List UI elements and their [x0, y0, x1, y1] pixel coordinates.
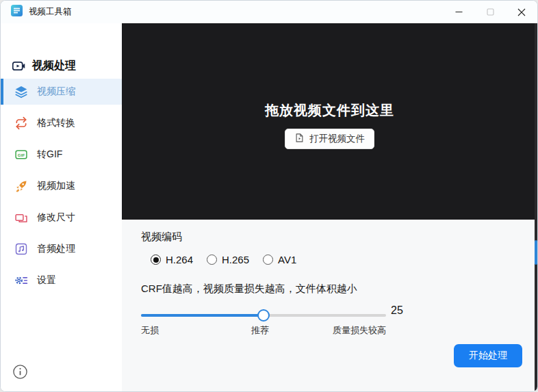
crf-slider[interactable] [141, 309, 386, 322]
crf-value: 25 [391, 304, 403, 317]
sidebar-item-format-convert[interactable]: 格式转换 [1, 110, 122, 136]
info-button[interactable] [12, 364, 29, 380]
slider-min-label: 无损 [141, 324, 159, 337]
codec-label: H.265 [222, 254, 249, 265]
minimize-button[interactable] [443, 1, 474, 23]
resize-frames-icon [14, 211, 28, 225]
window-controls [443, 1, 537, 23]
codec-radio-group: H.264 H.265 AV1 [151, 254, 296, 265]
sidebar-nav: 视频压缩 格式转换 GIF [1, 79, 122, 299]
crf-slider-fill [141, 314, 264, 317]
convert-arrows-icon [14, 116, 28, 131]
open-video-file-label: 打开视频文件 [309, 133, 365, 145]
scrollbar-thumb[interactable] [535, 240, 537, 265]
crf-slider-labels: 无损 推荐 质量损失较高 [141, 324, 386, 337]
open-video-file-button[interactable]: 打开视频文件 [285, 129, 374, 149]
main-content: 拖放视频文件到这里 打开视频文件 视频编码 H.264 [122, 23, 537, 391]
app-identity: 视频工具箱 [1, 5, 72, 19]
radio-selected-icon [151, 254, 161, 265]
app-window: 视频工具箱 视频处理 [0, 0, 538, 392]
sidebar-item-label: 格式转换 [37, 117, 75, 129]
sidebar-header: 视频处理 [12, 59, 76, 73]
close-button[interactable] [506, 1, 537, 23]
gear-sliders-icon [14, 274, 28, 288]
sidebar-item-label: 音频处理 [37, 243, 75, 255]
sidebar-item-resize[interactable]: 修改尺寸 [1, 205, 122, 231]
maximize-button[interactable] [474, 1, 506, 23]
codec-radio-h265[interactable]: H.265 [207, 254, 249, 265]
sidebar-item-label: 转GIF [37, 148, 62, 161]
maximize-icon [487, 8, 494, 16]
window-title: 视频工具箱 [29, 6, 72, 18]
sidebar-item-label: 设置 [37, 274, 56, 287]
radio-unselected-icon [263, 254, 273, 265]
gif-badge-icon: GIF [14, 148, 28, 162]
sidebar-item-to-gif[interactable]: GIF 转GIF [1, 142, 122, 168]
sidebar-item-label: 视频压缩 [37, 86, 75, 98]
video-dropzone[interactable]: 拖放视频文件到这里 打开视频文件 [122, 23, 537, 220]
file-play-icon [294, 133, 305, 145]
slider-max-label: 质量损失较高 [333, 324, 386, 337]
minimize-icon [455, 8, 463, 16]
app-logo-icon [11, 5, 23, 19]
info-icon [12, 370, 28, 382]
sidebar: 视频处理 视频压缩 [1, 23, 122, 391]
sidebar-item-video-speedup[interactable]: 视频加速 [1, 173, 122, 199]
codec-radio-h264[interactable]: H.264 [151, 254, 193, 265]
music-note-icon [14, 242, 28, 257]
sidebar-item-audio[interactable]: 音频处理 [1, 236, 122, 262]
layers-icon [14, 85, 28, 99]
titlebar: 视频工具箱 [1, 1, 537, 23]
codec-label: AV1 [278, 254, 296, 265]
codec-label: H.264 [166, 254, 193, 265]
encoding-section-label: 视频编码 [141, 231, 182, 244]
sidebar-item-settings[interactable]: 设置 [1, 267, 122, 293]
close-icon [517, 8, 526, 16]
radio-unselected-icon [207, 254, 217, 265]
rocket-icon [14, 179, 28, 194]
start-processing-button[interactable]: 开始处理 [454, 344, 522, 367]
crf-slider-thumb[interactable] [257, 309, 270, 322]
codec-radio-av1[interactable]: AV1 [263, 254, 296, 265]
crf-hint-text: CRF值越高，视频质量损失越高，文件体积越小 [141, 283, 357, 296]
sidebar-item-video-compress[interactable]: 视频压缩 [1, 79, 122, 105]
dropzone-title: 拖放视频文件到这里 [265, 101, 394, 120]
sidebar-item-label: 视频加速 [37, 180, 75, 192]
vertical-scrollbar[interactable] [535, 23, 537, 391]
video-camera-icon [12, 59, 26, 73]
sidebar-item-label: 修改尺寸 [37, 211, 75, 224]
svg-text:GIF: GIF [17, 153, 25, 157]
slider-mid-label: 推荐 [251, 324, 269, 337]
sidebar-header-label: 视频处理 [32, 59, 76, 73]
compression-settings-panel: 视频编码 H.264 H.265 AV1 CRF值越高，视频质量损失越高，文件体… [122, 220, 537, 391]
